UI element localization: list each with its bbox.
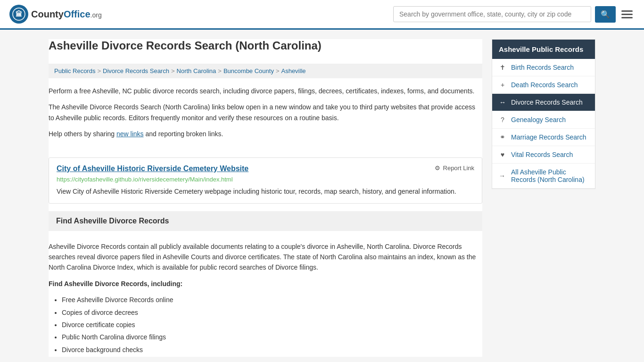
sidebar-box: Asheville Public Records ✝ Birth Records… xyxy=(492,39,595,189)
breadcrumb-sep-1: > xyxy=(97,67,101,74)
search-input[interactable] xyxy=(393,6,591,22)
find-section-heading: Find Asheville Divorce Records xyxy=(56,217,475,225)
breadcrumb-asheville[interactable]: Asheville xyxy=(281,67,305,74)
cemetery-link-card: City of Asheville Historic Riverside Cem… xyxy=(49,157,482,204)
sidebar-divorce-label: Divorce Records Search xyxy=(511,99,583,106)
person-icon: ✝ xyxy=(499,64,506,71)
cemetery-link-description: View City of Asheville Historic Riversid… xyxy=(57,187,474,197)
page-title: Asheville Divorce Records Search (North … xyxy=(49,39,482,57)
cemetery-link-url[interactable]: https://cityofasheville.github.io/rivers… xyxy=(57,176,474,183)
logo-icon: 🏛 xyxy=(9,5,28,24)
main-container: Asheville Divorce Records Search (North … xyxy=(39,30,605,362)
sidebar-item-vital-records[interactable]: ♥ Vital Records Search xyxy=(492,146,595,164)
sidebar-vital-label: Vital Records Search xyxy=(511,151,573,158)
sidebar-item-death-records[interactable]: + Death Records Search xyxy=(492,76,595,94)
list-item: Public North Carolina divorce filings xyxy=(62,332,482,342)
breadcrumb: Public Records > Divorce Records Search … xyxy=(49,64,482,78)
heart-icon: ♥ xyxy=(499,151,506,158)
description-para1: Perform a free Asheville, NC public divo… xyxy=(49,86,482,96)
find-list: Free Asheville Divorce Records online Co… xyxy=(62,295,482,355)
breadcrumb-sep-4: > xyxy=(276,67,280,74)
list-item: Free Asheville Divorce Records online xyxy=(62,295,482,305)
arrows-icon: ↔ xyxy=(499,99,506,106)
description-para2: The Asheville Divorce Records Search (No… xyxy=(49,102,482,123)
find-body-text: Asheville Divorce Records contain all pu… xyxy=(49,241,482,273)
sidebar-genealogy-label: Genealogy Search xyxy=(511,116,566,123)
breadcrumb-public-records[interactable]: Public Records xyxy=(54,67,95,74)
sidebar-item-all-records[interactable]: → All Asheville Public Records (North Ca… xyxy=(492,164,595,189)
sidebar-title: Asheville Public Records xyxy=(492,40,595,59)
breadcrumb-buncombe-county[interactable]: Buncombe County xyxy=(223,67,274,74)
sidebar-all-records-label: All Asheville Public Records (North Caro… xyxy=(511,168,588,183)
sidebar-item-birth-records[interactable]: ✝ Birth Records Search xyxy=(492,59,595,76)
sidebar-item-genealogy[interactable]: ? Genealogy Search xyxy=(492,111,595,129)
find-subheading: Find Asheville Divorce Records, includin… xyxy=(49,280,182,288)
sidebar: Asheville Public Records ✝ Birth Records… xyxy=(492,39,595,357)
hamburger-menu-button[interactable] xyxy=(619,8,635,20)
sidebar-item-divorce-records[interactable]: ↔ Divorce Records Search xyxy=(492,94,595,111)
question-icon: ? xyxy=(499,116,506,123)
breadcrumb-north-carolina[interactable]: North Carolina xyxy=(177,67,216,74)
logo-text: CountyOffice.org xyxy=(31,9,102,20)
site-header: 🏛 CountyOffice.org 🔍 xyxy=(0,0,644,30)
description-area: Perform a free Asheville, NC public divo… xyxy=(49,86,482,150)
description-para3-suffix: and reporting broken links. xyxy=(144,130,223,138)
search-area: 🔍 xyxy=(393,6,635,23)
logo-area: 🏛 CountyOffice.org xyxy=(9,5,102,24)
main-content: Asheville Divorce Records Search (North … xyxy=(49,39,482,357)
plus-icon: + xyxy=(499,81,506,89)
breadcrumb-divorce-records-search[interactable]: Divorce Records Search xyxy=(103,67,169,74)
sidebar-item-marriage-records[interactable]: ⚭ Marriage Records Search xyxy=(492,129,595,146)
marriage-icon: ⚭ xyxy=(499,133,506,141)
report-link-button[interactable]: ⚙ Report Link xyxy=(435,165,474,172)
find-section-body: Asheville Divorce Records contain all pu… xyxy=(49,237,482,355)
arrow-right-icon: → xyxy=(499,172,506,180)
sidebar-birth-label: Birth Records Search xyxy=(511,64,574,71)
svg-text:🏛: 🏛 xyxy=(16,10,22,18)
list-item: Copies of divorce decrees xyxy=(62,307,482,318)
sidebar-marriage-label: Marriage Records Search xyxy=(511,133,586,141)
search-button[interactable]: 🔍 xyxy=(595,6,616,23)
report-link-label: Report Link xyxy=(443,165,474,172)
sidebar-death-label: Death Records Search xyxy=(511,81,578,89)
report-link-icon: ⚙ xyxy=(435,165,440,172)
description-para3: Help others by sharing new links and rep… xyxy=(49,129,482,139)
breadcrumb-sep-2: > xyxy=(171,67,175,74)
link-card-header: City of Asheville Historic Riverside Cem… xyxy=(57,165,474,173)
cemetery-link-title[interactable]: City of Asheville Historic Riverside Cem… xyxy=(57,165,248,173)
breadcrumb-sep-3: > xyxy=(218,67,222,74)
list-item: Divorce background checks xyxy=(62,345,482,355)
list-item: Divorce certificate copies xyxy=(62,320,482,330)
new-links-link[interactable]: new links xyxy=(116,130,144,138)
find-section-heading-area: Find Asheville Divorce Records xyxy=(49,211,482,231)
description-para3-prefix: Help others by sharing xyxy=(49,130,116,138)
